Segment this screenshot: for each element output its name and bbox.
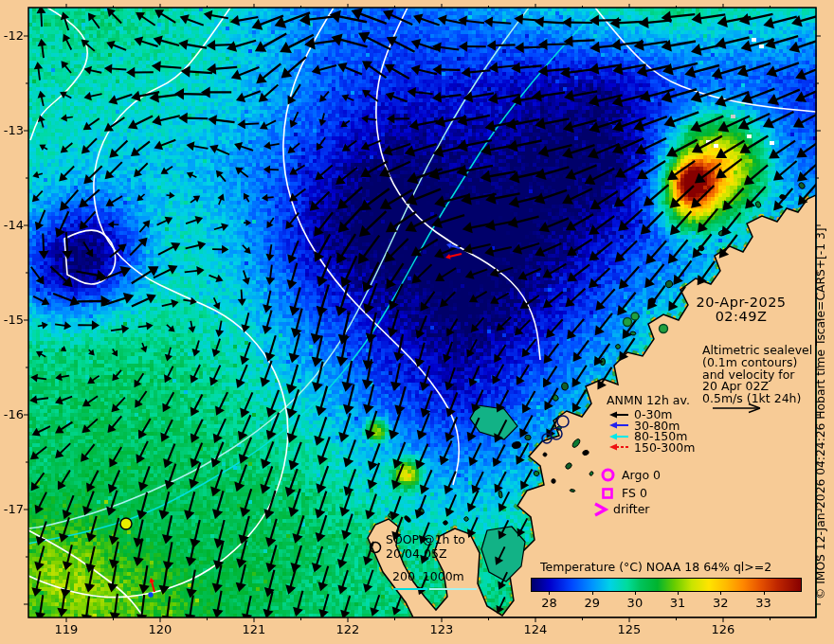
colorbar-tickmark [678, 591, 679, 595]
x-axis-tick-label: 120 [139, 622, 181, 636]
colorbar-tick-label: 32 [706, 596, 734, 610]
x-axis-tick-label: 124 [515, 622, 556, 636]
anmn-depth-row: 150-300m [608, 442, 695, 453]
soop-line1: SOOP @1h to [386, 533, 465, 547]
colorbar-tick-label: 33 [750, 596, 778, 610]
map-time: 02:49Z [663, 310, 819, 324]
soop-note: SOOP @1h to 20/04 05Z [386, 533, 465, 561]
x-axis-tick-label: 126 [702, 622, 744, 636]
anmn-arrow-icon [608, 410, 629, 420]
colorbar-tick-label: 30 [621, 596, 649, 610]
x-axis-tick-label: 122 [327, 622, 369, 636]
altimetric-note: Altimetric sealevel(0.1m contours)and ve… [702, 345, 812, 405]
velocity-scale-arrow-icon [711, 402, 764, 415]
y-axis-tick-label: -14 [0, 218, 24, 232]
x-axis-tick-label: 119 [45, 622, 87, 636]
drifter-chevron-icon [592, 502, 609, 517]
x-axis-tick-label: 125 [608, 622, 650, 636]
isobath-1000-line [429, 588, 477, 590]
anmn-arrow-icon [608, 442, 629, 452]
isobath-200-line [393, 588, 427, 590]
y-axis-tick-label: -12 [0, 28, 24, 43]
isobath-1000-label: 1000m [423, 569, 464, 583]
anmn-arrow-icon [608, 432, 629, 441]
temperature-colorbar [531, 578, 802, 592]
anmn-legend-title: ANMN 12h av. [607, 394, 690, 406]
drifter-legend-label: drifter [613, 503, 649, 515]
soop-line2: 20/04 05Z [386, 547, 465, 562]
y-axis-tick-label: -17 [0, 502, 24, 516]
colorbar-tick-label: 28 [535, 596, 563, 610]
timestamp-annotation: 20-Apr-2025 02:49Z [663, 295, 819, 324]
argo-legend-label: Argo 0 [622, 469, 661, 481]
isobath-legend: 200 1000m [392, 570, 464, 582]
isobath-200-label: 200 [392, 569, 415, 583]
fs-square-icon [601, 487, 615, 501]
colorbar-tick-label: 31 [663, 596, 692, 610]
colorbar-tickmark [720, 591, 721, 595]
y-axis-tick-label: -16 [0, 407, 24, 421]
x-axis-tick-label: 121 [233, 622, 275, 636]
colorbar-tick-label: 29 [578, 596, 607, 610]
y-axis-tick-label: -13 [0, 123, 24, 137]
colorbar-tickmark [549, 591, 550, 595]
credit-text: © IMOS 12-Jan-2026 04:24:26 Hobart time … [814, 0, 827, 599]
colorbar-tickmark [635, 591, 636, 595]
anmn-depth-label: 150-300m [634, 440, 695, 455]
y-axis-tick-label: -15 [0, 313, 24, 327]
fs-legend-label: FS 0 [622, 487, 647, 499]
anmn-arrow-icon [608, 420, 629, 430]
colorbar-tickmark [764, 591, 765, 595]
argo-circle-icon [600, 467, 616, 483]
map-date: 20-Apr-2025 [663, 295, 819, 310]
x-axis-tick-label: 123 [421, 622, 462, 636]
colorbar-title: Temperature (°C) NOAA 18 64% ql>=2 [540, 561, 771, 573]
colorbar-tickmark [592, 591, 593, 595]
